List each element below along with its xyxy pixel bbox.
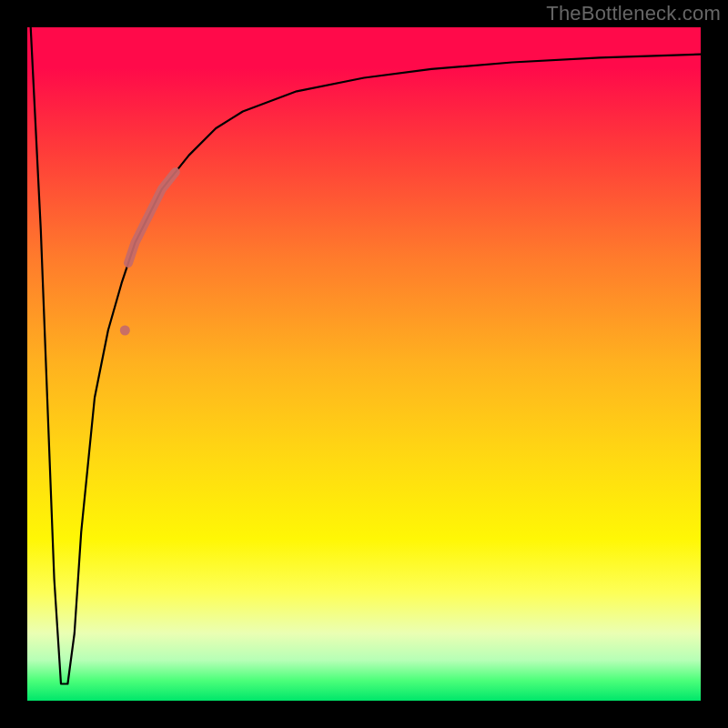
chart-frame: TheBottleneck.com xyxy=(0,0,728,728)
plot-area xyxy=(27,27,701,701)
bottleneck-curve xyxy=(31,27,701,684)
curve-svg xyxy=(27,27,701,701)
watermark-text: TheBottleneck.com xyxy=(546,2,721,25)
highlight-segment xyxy=(128,172,176,263)
highlight-dot xyxy=(120,326,130,336)
